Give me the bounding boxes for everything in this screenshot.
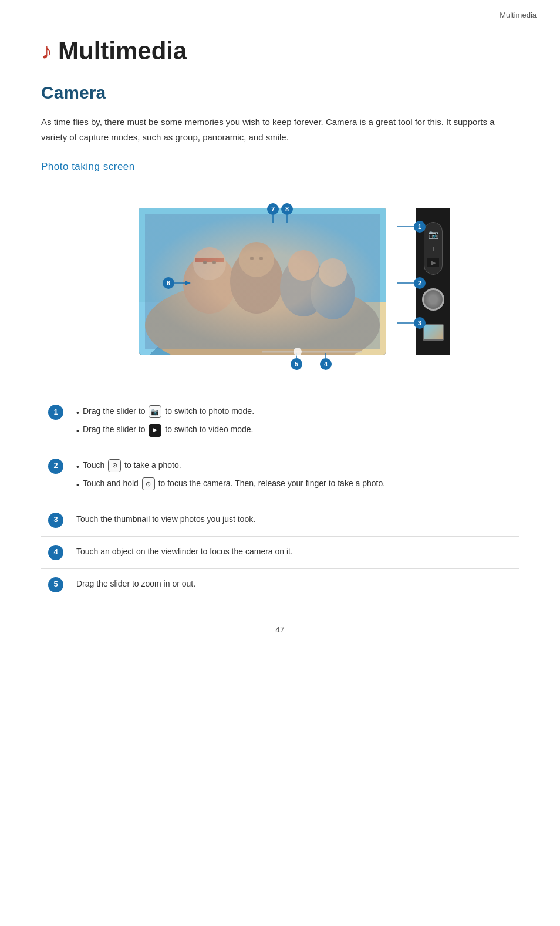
intro-text: As time flies by, there must be some mem… — [41, 115, 519, 144]
svg-text:5: 5 — [295, 361, 298, 368]
svg-point-8 — [311, 267, 355, 319]
num-cell-2: 2 — [41, 450, 70, 504]
shutter-button — [422, 288, 444, 311]
info-cell-5: Drag the slider to zoom in or out. — [70, 568, 519, 601]
instruction-4-text: Touch an object on the viewfinder to foc… — [76, 547, 293, 556]
table-row: 2 • Touch ⊙ to take a photo. • Touch and… — [41, 450, 519, 504]
chapter-title-text: Multimedia — [58, 37, 187, 65]
num-badge-4: 4 — [48, 545, 63, 560]
photo-mode-icon: 📷 — [429, 230, 438, 239]
page-header: Multimedia — [0, 0, 560, 19]
table-row: 3 Touch the thumbnail to view photos you… — [41, 504, 519, 536]
bullet-1b: • Drag the slider to ▶ to switch to vide… — [76, 423, 513, 437]
num-cell-1: 1 — [41, 396, 70, 450]
svg-point-13 — [250, 257, 254, 260]
svg-text:4: 4 — [324, 361, 328, 368]
video-icon-inline: ▶ — [149, 424, 161, 437]
svg-point-4 — [230, 249, 283, 314]
num-badge-2: 2 — [48, 459, 63, 474]
table-row: 1 • Drag the slider to 📷 to switch to ph… — [41, 396, 519, 450]
svg-point-12 — [212, 261, 216, 264]
slider-divider — [433, 247, 434, 251]
shutter-icon-inline-1: ⊙ — [108, 459, 121, 472]
svg-rect-10 — [195, 258, 224, 262]
instruction-5-text: Drag the slider to zoom in or out. — [76, 579, 195, 588]
chapter-title: ♪ Multimedia — [41, 37, 519, 65]
section-title: Camera — [41, 83, 519, 103]
info-cell-3: Touch the thumbnail to view photos you j… — [70, 504, 519, 536]
info-cell-1: • Drag the slider to 📷 to switch to phot… — [70, 396, 519, 450]
subsection-title: Photo taking screen — [41, 161, 519, 173]
svg-point-7 — [288, 250, 319, 281]
bullet-1a: • Drag the slider to 📷 to switch to phot… — [76, 405, 513, 419]
instructions-table: 1 • Drag the slider to 📷 to switch to ph… — [41, 396, 519, 601]
shutter-icon-inline-2: ⊙ — [142, 477, 155, 490]
bullet-2b: • Touch and hold ⊙ to focus the camera. … — [76, 477, 513, 491]
info-cell-2: • Touch ⊙ to take a photo. • Touch and h… — [70, 450, 519, 504]
instruction-3-text: Touch the thumbnail to view photos you j… — [76, 514, 255, 524]
num-cell-4: 4 — [41, 536, 70, 568]
mode-slider: 📷 ▶ — [424, 222, 443, 275]
music-icon: ♪ — [41, 39, 52, 64]
num-cell-5: 5 — [41, 568, 70, 601]
svg-point-2 — [183, 255, 236, 314]
video-mode-icon: ▶ — [427, 258, 439, 267]
svg-point-1 — [145, 278, 380, 355]
thumbnail — [423, 324, 444, 341]
svg-point-34 — [291, 358, 302, 370]
camera-viewfinder — [139, 208, 386, 355]
svg-point-5 — [239, 242, 274, 277]
svg-point-6 — [280, 258, 327, 316]
camera-diagram-wrapper: 📷 ▶ 7 8 1 — [41, 190, 519, 378]
table-row: 5 Drag the slider to zoom in or out. — [41, 568, 519, 601]
num-badge-3: 3 — [48, 513, 63, 528]
bullet-2a: • Touch ⊙ to take a photo. — [76, 459, 513, 473]
num-cell-3: 3 — [41, 504, 70, 536]
svg-point-11 — [203, 261, 207, 264]
camera-diagram: 📷 ▶ 7 8 1 — [110, 190, 450, 378]
photo-svg — [139, 208, 386, 355]
main-content: ♪ Multimedia Camera As time flies by, th… — [0, 19, 560, 669]
num-badge-1: 1 — [48, 405, 63, 420]
svg-rect-0 — [139, 208, 386, 302]
info-cell-4: Touch an object on the viewfinder to foc… — [70, 536, 519, 568]
table-row: 4 Touch an object on the viewfinder to f… — [41, 536, 519, 568]
num-badge-5: 5 — [48, 577, 63, 592]
photo-icon-inline: 📷 — [149, 405, 161, 418]
svg-point-9 — [319, 258, 347, 287]
svg-point-14 — [259, 257, 263, 260]
header-label: Multimedia — [500, 11, 537, 19]
svg-point-3 — [193, 247, 226, 280]
svg-point-37 — [320, 358, 332, 370]
photo-simulation — [139, 208, 386, 355]
page-number: 47 — [41, 625, 519, 634]
camera-controls-panel: 📷 ▶ — [416, 208, 450, 355]
